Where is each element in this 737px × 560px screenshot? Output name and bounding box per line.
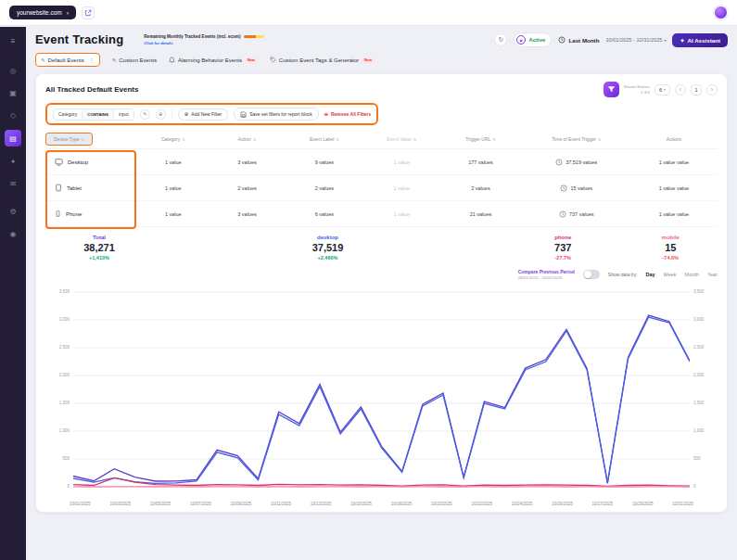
y-axis-right: 05001,0001,5002,0002,5003,0003,500 [690, 286, 718, 500]
compare-range: 08/31/2025 - 10/01/2025 [518, 275, 575, 281]
x-axis-tick: 10/09/2025 [231, 502, 252, 506]
minus-circle-icon: ⊖ [324, 111, 328, 117]
refresh-button[interactable]: ↻ [494, 33, 507, 46]
tab-default-events[interactable]: ✎ Default Events ⋮ [35, 53, 100, 67]
home-icon[interactable]: ◎ [6, 63, 20, 78]
sort-icon: ⇅ [182, 137, 184, 142]
cell-trigger-url: 177 values [438, 159, 523, 165]
column-header-category[interactable]: Category⇅ [136, 136, 210, 142]
new-badge: New [245, 57, 258, 63]
site-selector[interactable]: yourwebsite.com ▾ [9, 6, 76, 19]
column-header-time-of-event-trigger[interactable]: Time of Event Trigger⇅ [523, 136, 630, 142]
column-header-action[interactable]: Action⇅ [210, 136, 285, 142]
time-values: 37,519 values [565, 159, 597, 165]
clock-icon [559, 210, 566, 218]
active-filter-chip[interactable]: Category CONTAINS input [53, 108, 134, 121]
column-header-event-value[interactable]: Event Value⇅ [364, 136, 438, 142]
cell-actions: 1 value value [630, 159, 718, 165]
column-label: Event Value [387, 136, 412, 142]
chart-plot-area [73, 286, 690, 500]
user-avatar[interactable] [714, 6, 728, 19]
tab-custom-events[interactable]: ✎ Custom Events [112, 57, 157, 63]
event-tracking-icon[interactable]: ▤ [5, 130, 21, 146]
y-axis-tick: 1,500 [693, 401, 704, 405]
kebab-menu-icon[interactable]: ⋮ [87, 57, 95, 63]
current-page: 1 [691, 84, 702, 95]
shown-entries: Shown Entries 1-3/3 [624, 84, 650, 95]
column-header-device-type[interactable]: Device Type ⇅ [45, 133, 136, 146]
event-tabs: ✎ Default Events ⋮ ✎ Custom Events Alarm… [35, 53, 728, 67]
x-axis-tick: 10/01/2025 [70, 502, 91, 506]
stat-value: 737 [554, 242, 571, 253]
period-selector[interactable]: Last Month [558, 36, 599, 44]
account-icon[interactable]: ◉ [6, 226, 20, 241]
granularity-year-button[interactable]: Year [707, 272, 718, 277]
y-axis-tick: 0 [693, 484, 696, 489]
plus-circle-icon: ⊕ [184, 111, 189, 117]
tab-custom-event-tags-generator[interactable]: Custom Event Tags & Generator New [270, 57, 375, 63]
x-axis: 10/01/202510/03/202510/05/202510/07/2025… [70, 502, 693, 506]
x-axis-tick: 10/03/2025 [109, 502, 131, 506]
cell-event-label: 6 values [284, 211, 364, 217]
cell-category: 1 value [136, 159, 210, 165]
chart-svg [73, 286, 690, 500]
stat-change: +2,460% [318, 255, 338, 261]
stat-label: desktop [317, 235, 338, 240]
column-label: Time of Event Trigger [552, 136, 596, 142]
divider [172, 108, 172, 120]
settings-icon[interactable]: ⚙ [6, 204, 20, 219]
save-filters-button[interactable]: Save set filters for report block [234, 108, 319, 121]
remove-all-filters-button[interactable]: ⊖ Remove All Filters [324, 111, 372, 117]
device-label: Phone [66, 211, 82, 217]
granularity-week-button[interactable]: Week [664, 272, 677, 277]
phone-icon [55, 210, 61, 218]
open-site-button[interactable] [82, 6, 95, 19]
sort-icon: ⇅ [598, 137, 601, 142]
remove-filter-button[interactable]: ⊖ [156, 109, 166, 120]
quota-details-link[interactable]: Click for details [144, 41, 264, 45]
cell-event-label: 9 values [284, 159, 364, 165]
stat-total: Total 38,271 +1,410% [45, 235, 153, 261]
compare-toggle[interactable] [583, 270, 600, 279]
messages-icon[interactable]: ✉ [6, 176, 20, 191]
filter-bar: Category CONTAINS input ✎ ⊖ ⊕ Add New Fi… [45, 103, 378, 125]
tag-icon [270, 57, 276, 63]
tracking-status-pill[interactable]: ▶ Active [514, 32, 552, 47]
tab-alarming-behavior-events[interactable]: Alarming Behavior Events New [169, 57, 258, 63]
sort-icon: ⇅ [253, 137, 256, 142]
column-header-event-label[interactable]: Event Label⇅ [284, 136, 364, 142]
edit-icon: ✎ [112, 57, 117, 63]
menu-icon[interactable]: ≡ [6, 33, 20, 48]
table-row-tablet[interactable]: Tablet 1 value 2 values 2 values 1 value… [45, 175, 718, 201]
date-range-selector[interactable]: 10/01/2025 - 10/31/2025 ▾ [605, 37, 666, 43]
time-values: 737 values [569, 211, 594, 217]
granularity-month-button[interactable]: Month [685, 272, 699, 277]
column-header-trigger-url[interactable]: Trigger URL⇅ [438, 136, 523, 142]
play-icon: ▶ [516, 35, 526, 45]
page-title: Event Tracking [35, 32, 123, 46]
x-axis-tick: 10/13/2025 [311, 502, 332, 506]
ai-assistant-button[interactable]: ✦ AI Assistant [672, 33, 728, 47]
table-row-phone[interactable]: Phone 1 value 3 values 6 values 1 value … [45, 201, 718, 227]
x-axis-tick: 10/20/2025 [431, 502, 452, 506]
x-axis-tick: 10/24/2025 [512, 502, 533, 506]
filter-button[interactable] [604, 82, 619, 97]
save-filters-label: Save set filters for report block [249, 111, 312, 117]
y-axis-tick: 1,500 [59, 401, 70, 405]
tablet-icon [55, 184, 62, 192]
page-size-select[interactable]: 6 ▾ [654, 84, 670, 95]
granularity-day-button[interactable]: Day [646, 272, 655, 277]
remove-all-label: Remove All Filters [331, 111, 371, 117]
prev-page-button[interactable]: ‹ [675, 84, 686, 95]
y-axis-tick: 500 [693, 456, 701, 461]
card-title: All Tracked Default Events [45, 85, 138, 94]
sort-icon: ⇅ [336, 137, 338, 142]
edit-filter-button[interactable]: ✎ [140, 109, 150, 120]
cell-time: 15 values [523, 185, 630, 192]
table-row-desktop[interactable]: Desktop 1 value 3 values 9 values 1 valu… [45, 149, 718, 175]
add-new-filter-button[interactable]: ⊕ Add New Filter [178, 108, 228, 121]
next-page-button[interactable]: › [706, 84, 718, 95]
tags-icon[interactable]: ✦ [6, 154, 20, 169]
integrations-icon[interactable]: ◇ [6, 108, 20, 122]
apps-icon[interactable]: ▣ [6, 85, 20, 100]
